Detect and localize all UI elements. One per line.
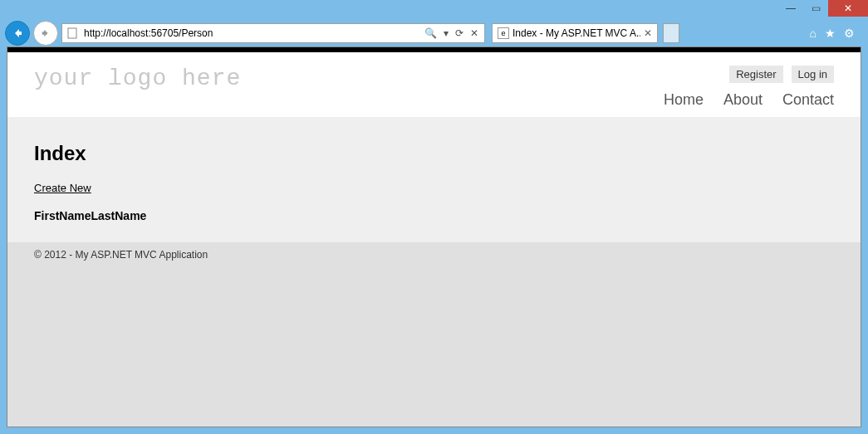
browser-tab[interactable]: e Index - My ASP.NET MVC A... ✕ xyxy=(492,23,658,43)
back-button[interactable] xyxy=(5,21,30,46)
nav-about[interactable]: About xyxy=(723,91,763,109)
arrow-left-icon xyxy=(12,27,23,39)
address-tools: 🔍 ▾ ⟳ ✕ xyxy=(419,27,484,39)
column-lastname: LastName xyxy=(91,209,146,222)
login-link[interactable]: Log in xyxy=(792,66,834,83)
page-content: your logo here Register Log in Home Abou… xyxy=(7,46,861,427)
site-header: your logo here Register Log in Home Abou… xyxy=(7,52,861,117)
browser-toolbar: 🔍 ▾ ⟳ ✕ e Index - My ASP.NET MVC A... ✕ … xyxy=(0,20,868,46)
new-tab-button[interactable] xyxy=(663,23,679,43)
main-content: Index Create New FirstNameLastName xyxy=(7,117,861,242)
site-logo[interactable]: your logo here xyxy=(34,66,241,91)
toolbar-right: ⌂ ★ ⚙ xyxy=(810,27,863,40)
tab-close-icon[interactable]: ✕ xyxy=(644,27,652,39)
browser-window: — ▭ ✕ 🔍 ▾ ⟳ ✕ e Index - My ASP.NET MVC xyxy=(0,0,868,434)
refresh-icon[interactable]: ⟳ xyxy=(453,27,466,39)
nav-home[interactable]: Home xyxy=(664,91,704,109)
url-input[interactable] xyxy=(82,27,419,39)
table-header: FirstNameLastName xyxy=(34,209,834,222)
column-firstname: FirstName xyxy=(34,209,91,222)
main-nav: Home About Contact xyxy=(664,91,834,109)
site-footer: © 2012 - My ASP.NET MVC Application xyxy=(7,242,861,267)
favorites-icon[interactable]: ★ xyxy=(825,27,836,40)
arrow-right-icon xyxy=(41,28,51,38)
close-button[interactable]: ✕ xyxy=(828,0,868,17)
home-icon[interactable]: ⌂ xyxy=(810,27,817,40)
stop-icon[interactable]: ✕ xyxy=(468,27,481,39)
maximize-button[interactable]: ▭ xyxy=(803,0,828,17)
address-bar: 🔍 ▾ ⟳ ✕ xyxy=(61,23,485,43)
create-new-link[interactable]: Create New xyxy=(34,182,91,194)
tab-favicon: e xyxy=(498,27,509,39)
footer-text: © 2012 - My ASP.NET MVC Application xyxy=(34,249,208,261)
settings-icon[interactable]: ⚙ xyxy=(844,27,855,40)
dropdown-icon[interactable]: ▾ xyxy=(441,27,451,39)
page-title: Index xyxy=(34,142,834,165)
window-controls: — ▭ ✕ xyxy=(778,0,868,17)
header-right: Register Log in Home About Contact xyxy=(664,66,834,109)
forward-button[interactable] xyxy=(33,21,58,46)
nav-contact[interactable]: Contact xyxy=(782,91,834,109)
titlebar: — ▭ ✕ xyxy=(0,0,868,20)
tab-title: Index - My ASP.NET MVC A... xyxy=(512,27,640,39)
auth-links: Register Log in xyxy=(729,66,834,83)
search-icon[interactable]: 🔍 xyxy=(422,27,439,39)
svg-rect-0 xyxy=(68,28,76,38)
register-link[interactable]: Register xyxy=(729,66,782,83)
page-icon xyxy=(65,26,80,41)
minimize-button[interactable]: — xyxy=(778,0,803,17)
